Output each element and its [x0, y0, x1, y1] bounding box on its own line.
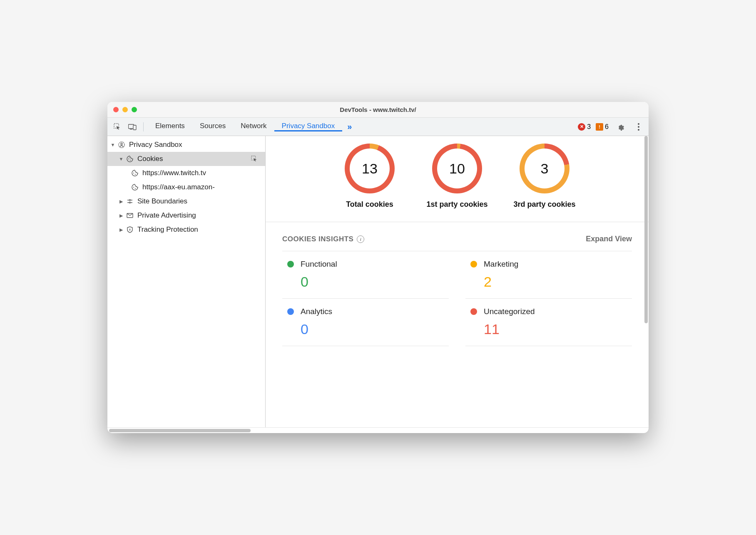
- vertical-scrollbar[interactable]: [644, 136, 648, 323]
- tree-label: Cookies: [137, 155, 163, 163]
- error-count-value: 3: [587, 123, 591, 131]
- insight-label: Analytics: [301, 307, 332, 316]
- svg-rect-2: [130, 129, 132, 129]
- disclosure-triangle-icon: ▼: [118, 156, 124, 162]
- tab-elements[interactable]: Elements: [148, 122, 192, 131]
- cookie-icon: [131, 183, 139, 191]
- disclosure-triangle-icon: ▶: [118, 213, 124, 218]
- tracking-protection-icon: [126, 225, 134, 234]
- svg-point-6: [638, 129, 639, 131]
- insight-value: 2: [470, 274, 627, 290]
- ring-chart-first: 10: [432, 144, 482, 193]
- insights-grid: Functional 0 Marketing 2: [282, 251, 632, 346]
- svg-rect-21: [129, 230, 130, 231]
- svg-point-16: [135, 188, 136, 189]
- devtools-toolbar: Elements Sources Network Privacy Sandbox…: [107, 118, 649, 136]
- svg-point-13: [133, 173, 134, 173]
- horizontal-scrollbar[interactable]: [109, 429, 251, 432]
- ring-chart-third: 3: [520, 144, 569, 193]
- horizontal-scrollbar-track: [107, 427, 649, 433]
- tree-root-privacy-sandbox[interactable]: ▼ Privacy Sandbox: [107, 138, 265, 152]
- svg-point-11: [129, 157, 130, 158]
- tree-label: https://www.twitch.tv: [142, 169, 206, 177]
- insight-marketing[interactable]: Marketing 2: [465, 251, 632, 299]
- tree-item-origin[interactable]: https://www.twitch.tv: [107, 166, 265, 180]
- inspect-element-button[interactable]: [111, 120, 124, 134]
- tab-network[interactable]: Network: [233, 122, 274, 131]
- category-dot: [287, 308, 294, 315]
- tree-label: Private Advertising: [137, 211, 196, 220]
- tree-label: Tracking Protection: [137, 225, 198, 234]
- insight-functional[interactable]: Functional 0: [282, 251, 449, 299]
- inspect-icon: [114, 123, 121, 131]
- more-options-button[interactable]: [632, 120, 645, 134]
- svg-point-17: [129, 200, 131, 201]
- sidebar-tree: ▼ Privacy Sandbox ▼ Cookies: [107, 136, 266, 427]
- error-icon: ✕: [578, 123, 585, 131]
- toolbar-divider: [143, 122, 144, 131]
- disclosure-triangle-icon: ▼: [110, 142, 116, 148]
- category-dot: [470, 308, 477, 315]
- main-panel: 13 Total cookies 10 1st party cookies 3 …: [266, 136, 649, 427]
- gear-icon: [616, 123, 624, 131]
- svg-point-5: [638, 126, 639, 128]
- stat-label: Total cookies: [346, 199, 393, 209]
- minimize-window-button[interactable]: [122, 107, 128, 112]
- svg-point-10: [130, 160, 131, 161]
- disclosure-triangle-icon: ▶: [118, 227, 124, 233]
- tree-label: https://aax-eu.amazon-: [142, 183, 215, 191]
- device-icon: [128, 124, 137, 130]
- svg-point-14: [135, 174, 136, 175]
- tree-label: Site Boundaries: [137, 197, 187, 206]
- stat-value: 13: [362, 161, 378, 177]
- insight-value: 0: [287, 321, 444, 337]
- tab-privacy-sandbox[interactable]: Privacy Sandbox: [274, 122, 343, 131]
- warning-icon: !: [596, 123, 603, 131]
- info-icon[interactable]: i: [357, 235, 364, 243]
- tree-item-site-boundaries[interactable]: ▶ Site Boundaries: [107, 194, 265, 208]
- stat-value: 3: [541, 161, 549, 177]
- svg-point-4: [638, 123, 639, 125]
- error-count[interactable]: ✕ 3: [578, 123, 591, 131]
- insight-label: Marketing: [484, 260, 518, 269]
- cookies-insights-section: COOKIES INSIGHTS i Expand View Functiona…: [266, 222, 649, 359]
- stat-label: 1st party cookies: [426, 199, 487, 209]
- titlebar: DevTools - www.twitch.tv/: [107, 102, 649, 118]
- insight-value: 0: [287, 274, 444, 290]
- device-toolbar-button[interactable]: [126, 120, 139, 134]
- close-window-button[interactable]: [113, 107, 119, 112]
- stat-first-party-cookies: 10 1st party cookies: [424, 144, 490, 209]
- warning-count-value: 6: [605, 123, 609, 131]
- zoom-window-button[interactable]: [132, 107, 137, 112]
- tree-item-cookies[interactable]: ▼ Cookies: [107, 152, 265, 166]
- ring-chart-total: 13: [345, 144, 395, 193]
- tree-item-origin[interactable]: https://aax-eu.amazon-: [107, 180, 265, 194]
- insight-analytics[interactable]: Analytics 0: [282, 299, 449, 346]
- window-title: DevTools - www.twitch.tv/: [107, 106, 649, 113]
- warning-count[interactable]: ! 6: [596, 123, 609, 131]
- svg-rect-3: [133, 125, 136, 130]
- stat-total-cookies: 13 Total cookies: [336, 144, 403, 209]
- stat-label: 3rd party cookies: [513, 199, 575, 209]
- tree-item-tracking-protection[interactable]: ▶ Tracking Protection: [107, 223, 265, 237]
- private-advertising-icon: [126, 211, 134, 220]
- stat-third-party-cookies: 3 3rd party cookies: [511, 144, 578, 209]
- svg-point-15: [133, 187, 134, 188]
- category-dot: [470, 261, 477, 268]
- inspect-icon[interactable]: [250, 155, 259, 163]
- expand-view-button[interactable]: Expand View: [586, 235, 632, 243]
- cookie-stats-row: 13 Total cookies 10 1st party cookies 3 …: [266, 136, 649, 222]
- svg-point-9: [128, 159, 129, 159]
- insights-title: COOKIES INSIGHTS i: [282, 235, 364, 243]
- insight-uncategorized[interactable]: Uncategorized 11: [465, 299, 632, 346]
- tree-item-private-advertising[interactable]: ▶ Private Advertising: [107, 208, 265, 223]
- traffic-lights: [113, 107, 137, 112]
- stat-value: 10: [449, 161, 465, 177]
- disclosure-triangle-icon: ▶: [118, 198, 124, 204]
- more-tabs-button[interactable]: »: [342, 122, 357, 131]
- panel-body: ▼ Privacy Sandbox ▼ Cookies: [107, 136, 649, 427]
- tree-label: Privacy Sandbox: [129, 141, 182, 149]
- svg-point-8: [121, 143, 122, 145]
- tab-sources[interactable]: Sources: [192, 122, 233, 131]
- settings-button[interactable]: [614, 120, 627, 134]
